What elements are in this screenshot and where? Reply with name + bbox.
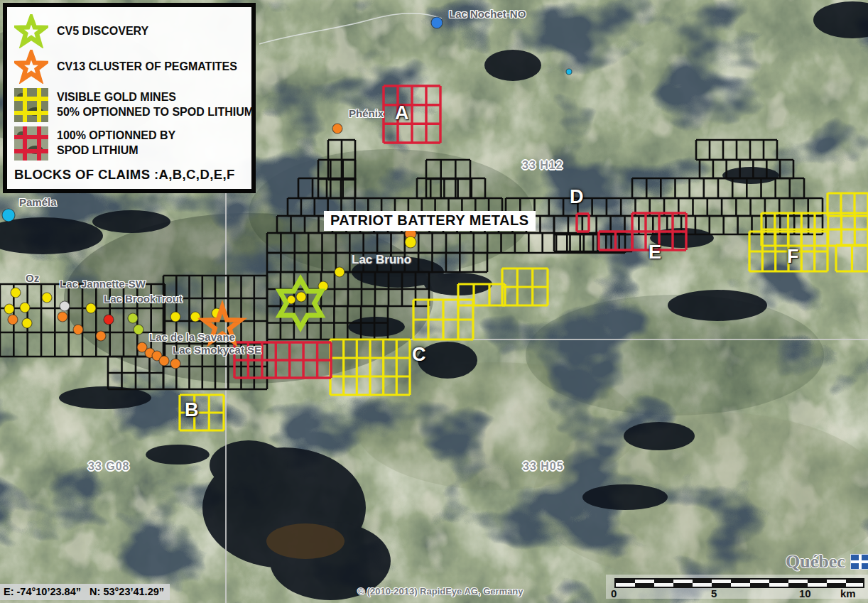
mineral-occurrence-dot (170, 359, 180, 369)
legend-item: CV5 DISCOVERY (14, 14, 246, 48)
cv13-star-icon (14, 50, 48, 84)
mineral-occurrence-dot (128, 313, 138, 323)
mineral-occurrence-dot (335, 267, 345, 277)
mineral-occurrence-dot (2, 209, 15, 222)
mineral-occurrence-dot (22, 318, 32, 328)
grid-swatch-yellow-icon (14, 88, 48, 122)
mineral-occurrence-dot (58, 312, 67, 322)
scale-bar: 0510 km (606, 575, 868, 599)
mineral-occurrence-dot (8, 315, 18, 325)
mineral-occurrence-dot (86, 303, 96, 313)
mineral-occurrence-dot (159, 356, 169, 366)
mineral-occurrence-dot (296, 292, 306, 302)
legend: CV5 DISCOVERYCV13 CLUSTER OF PEGMATITESV… (3, 3, 256, 193)
legend-footer: BLOCKS OF CLAIMS :A,B,C,D,E,F (14, 167, 246, 183)
project-label-text: PATRIOT BATTERY METALS (330, 212, 529, 228)
project-label: PATRIOT BATTERY METALS (324, 211, 536, 231)
swatch-terrain-bg (14, 88, 48, 122)
mineral-occurrence-dot (96, 331, 106, 341)
scale-tick-label: 5 (711, 587, 717, 599)
grid-swatch-red-icon (14, 126, 48, 161)
mineral-occurrence-dot (170, 312, 180, 322)
quebec-flag-icon (850, 554, 868, 570)
mineral-occurrence-dot (332, 124, 342, 134)
mineral-occurrence-dot (20, 303, 30, 313)
scale-tick-label: 10 (799, 587, 811, 599)
legend-item-label: CV5 DISCOVERY (57, 24, 148, 39)
mineral-occurrence-dot (60, 301, 70, 311)
legend-item: VISIBLE GOLD MINES50% OPTIONNED TO SPOD … (14, 88, 246, 122)
scale-bar-ruler (614, 578, 864, 588)
copyright-text: © (2010-2013) RapidEye AG, Germany (323, 586, 558, 597)
star-glyph (18, 53, 45, 79)
legend-item: CV13 CLUSTER OF PEGMATITES (14, 50, 246, 84)
quebec-logo-text: Québec (786, 551, 845, 572)
mineral-occurrence-dot (431, 17, 443, 28)
scale-unit-label: km (840, 587, 856, 599)
star-glyph (18, 18, 45, 43)
mineral-occurrence-dot (190, 312, 200, 322)
mineral-occurrence-dot (73, 325, 83, 335)
legend-item-label: 100% OPTIONNED BYSPOD LITHIUM (57, 129, 175, 158)
mineral-occurrence-dot (566, 69, 572, 75)
quebec-logo: Québec (786, 551, 868, 572)
mineral-occurrence-dot (42, 293, 52, 303)
lake-shallow-edge (266, 523, 345, 559)
mineral-occurrence-dot (104, 315, 114, 325)
coordinates-readout: E: -74°10’23.84” N: 53°23’41.29” (0, 584, 170, 600)
mineral-occurrence-dot (4, 304, 14, 314)
legend-item-label: CV13 CLUSTER OF PEGMATITES (57, 60, 237, 75)
legend-item-label: VISIBLE GOLD MINES50% OPTIONNED TO SPOD … (57, 90, 254, 120)
legend-items: CV5 DISCOVERYCV13 CLUSTER OF PEGMATITESV… (14, 14, 246, 161)
cv5-star-icon (14, 14, 48, 48)
map-viewport[interactable]: CV5 DISCOVERYCV13 CLUSTER OF PEGMATITESV… (0, 0, 868, 603)
mineral-occurrence-dot (134, 325, 143, 335)
mineral-occurrence-dot (405, 237, 416, 248)
mineral-occurrence-dot (11, 288, 21, 298)
swatch-terrain-bg (14, 126, 48, 161)
scale-tick-label: 0 (611, 587, 617, 599)
legend-item: 100% OPTIONNED BYSPOD LITHIUM (14, 126, 246, 161)
